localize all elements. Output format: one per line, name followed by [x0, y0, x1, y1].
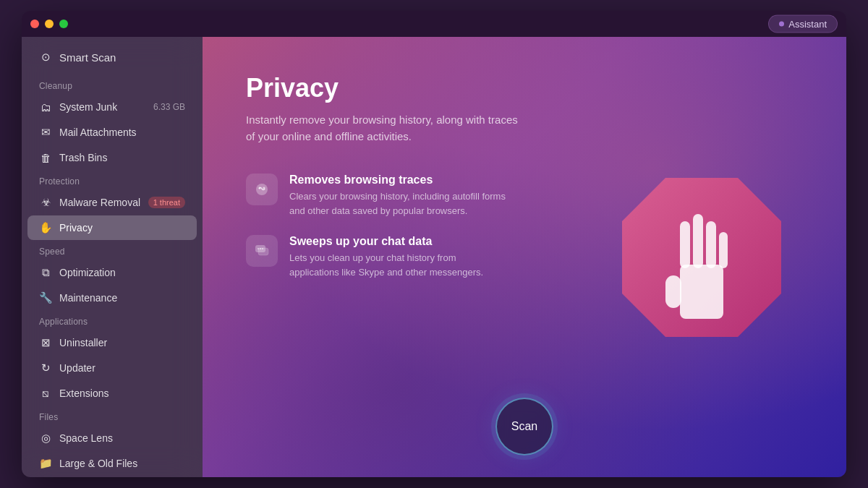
sidebar-item-maintenance[interactable]: 🔧 Maintenance [27, 286, 197, 310]
sidebar-item-label: Maintenance [59, 292, 117, 304]
svg-point-7 [258, 248, 259, 249]
sidebar-item-label: System Junk [59, 101, 117, 113]
uninstaller-icon: ⊠ [39, 336, 52, 349]
sidebar-item-label: Large & Old Files [59, 458, 137, 469]
svg-rect-4 [258, 248, 268, 255]
sidebar-item-label: Privacy [59, 222, 93, 234]
sidebar-item-mail-attachments[interactable]: ✉ Mail Attachments [27, 120, 197, 145]
extensions-icon: ⧅ [39, 387, 52, 400]
sidebar-item-label: Space Lens [59, 432, 113, 444]
space-lens-icon: ◎ [39, 432, 52, 445]
sidebar-item-system-junk[interactable]: 🗂 System Junk 6.33 GB [27, 95, 197, 119]
feature-item-browsing: Removes browsing traces Clears your brow… [246, 174, 803, 218]
feature-chat-icon [246, 235, 278, 267]
sidebar-item-label: Updater [59, 362, 95, 374]
privacy-icon: ✋ [39, 221, 52, 234]
updater-icon: ↻ [39, 361, 52, 374]
app-window: Assistant ⊙ Smart Scan Cleanup 🗂 System … [22, 11, 846, 477]
sidebar-item-extensions[interactable]: ⧅ Extensions [27, 381, 197, 406]
title-bar: Assistant [22, 11, 846, 37]
scan-button-label: Scan [511, 420, 537, 433]
smart-scan-icon: ⊙ [39, 51, 52, 64]
feature-browsing-description: Clears your browsing history, including … [289, 189, 506, 218]
mail-attachments-icon: ✉ [39, 126, 52, 139]
feature-item-chat: Sweeps up your chat data Lets you clean … [246, 235, 803, 279]
system-junk-icon: 🗂 [39, 100, 52, 114]
trash-bins-icon: 🗑 [39, 151, 52, 164]
system-junk-badge: 6.33 GB [153, 102, 185, 112]
maximize-button[interactable] [59, 20, 68, 28]
close-button[interactable] [30, 20, 39, 28]
large-old-files-icon: 📁 [39, 457, 52, 470]
section-label-applications: Applications [22, 311, 203, 330]
sidebar-item-optimization[interactable]: ⧉ Optimization [27, 260, 197, 285]
section-label-speed: Speed [22, 241, 203, 260]
optimization-icon: ⧉ [39, 266, 52, 279]
main-content: Privacy Instantly remove your browsing h… [203, 37, 846, 477]
feature-browsing-text: Removes browsing traces Clears your brow… [289, 174, 506, 218]
sidebar-item-shredder[interactable]: ⚙ Shredder [27, 476, 197, 477]
sidebar-item-uninstaller[interactable]: ⊠ Uninstaller [27, 330, 197, 355]
minimize-button[interactable] [45, 20, 54, 28]
sidebar-item-label: Smart Scan [59, 51, 116, 64]
sidebar-item-large-old-files[interactable]: 📁 Large & Old Files [27, 451, 197, 476]
assistant-label: Assistant [788, 19, 827, 30]
sidebar-item-smart-scan[interactable]: ⊙ Smart Scan [27, 45, 197, 69]
sidebar-item-updater[interactable]: ↻ Updater [27, 356, 197, 380]
page-title: Privacy [246, 73, 803, 103]
feature-chat-description: Lets you clean up your chat history from… [289, 251, 506, 279]
maintenance-icon: 🔧 [39, 291, 52, 304]
sidebar-item-label: Trash Bins [59, 152, 107, 163]
sidebar-item-space-lens[interactable]: ◎ Space Lens [27, 426, 197, 450]
sidebar-item-label: Optimization [59, 267, 116, 278]
page-subtitle: Instantly remove your browsing history, … [246, 112, 521, 145]
svg-point-1 [259, 187, 261, 189]
content-inner: Privacy Instantly remove your browsing h… [246, 73, 803, 419]
assistant-button[interactable]: Assistant [768, 15, 838, 33]
feature-list: Removes browsing traces Clears your brow… [246, 174, 803, 279]
traffic-lights [30, 20, 68, 28]
feature-browsing-title: Removes browsing traces [289, 174, 506, 187]
feature-browsing-icon [246, 174, 278, 205]
sidebar-item-label: Mail Attachments [59, 127, 137, 138]
content-area: ⊙ Smart Scan Cleanup 🗂 System Junk 6.33 … [22, 37, 846, 477]
feature-chat-title: Sweeps up your chat data [289, 235, 506, 248]
sidebar: ⊙ Smart Scan Cleanup 🗂 System Junk 6.33 … [22, 37, 203, 477]
malware-icon: ☣ [39, 196, 52, 209]
svg-point-2 [263, 187, 265, 189]
svg-point-5 [260, 248, 261, 249]
section-label-cleanup: Cleanup [22, 75, 203, 94]
malware-badge: 1 threat [148, 197, 185, 208]
sidebar-item-label: Uninstaller [59, 337, 107, 348]
feature-chat-text: Sweeps up your chat data Lets you clean … [289, 235, 506, 279]
sidebar-item-trash-bins[interactable]: 🗑 Trash Bins [27, 145, 197, 170]
sidebar-item-privacy[interactable]: ✋ Privacy [27, 215, 197, 240]
sidebar-item-malware-removal[interactable]: ☣ Malware Removal 1 threat [27, 190, 197, 215]
assistant-dot-icon [779, 22, 784, 27]
section-label-files: Files [22, 406, 203, 425]
sidebar-item-label: Malware Removal [59, 197, 140, 208]
sidebar-item-label: Extensions [59, 388, 109, 399]
section-label-protection: Protection [22, 171, 203, 189]
svg-point-6 [262, 248, 263, 249]
